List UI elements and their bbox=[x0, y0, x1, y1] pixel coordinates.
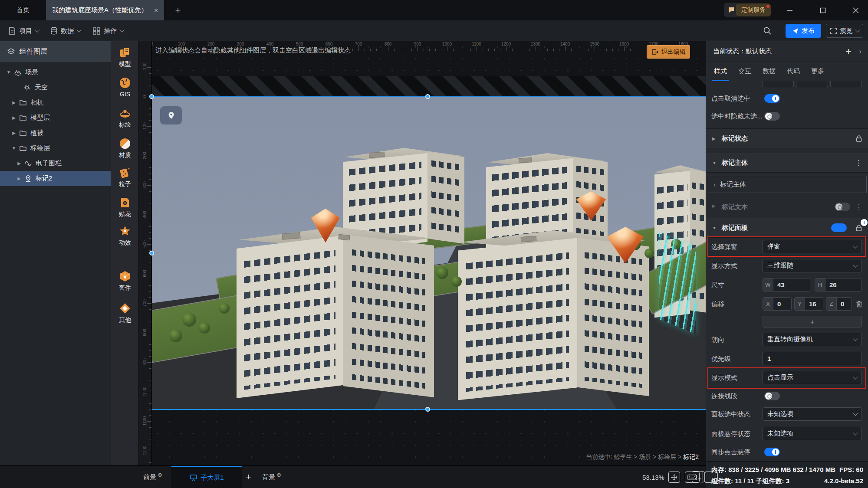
clipped-input[interactable] bbox=[763, 81, 794, 87]
sync-hover-toggle[interactable] bbox=[764, 448, 780, 456]
background-tab[interactable]: 背景⊕ bbox=[262, 466, 281, 488]
component-count: 组件数: 11 / 11 子组件数: 3 bbox=[711, 477, 789, 485]
tree bbox=[644, 249, 654, 258]
material-icon bbox=[119, 138, 131, 150]
expand-arrow-icon[interactable]: ▼ bbox=[6, 70, 11, 75]
pin-tool-button[interactable] bbox=[160, 106, 182, 124]
add-screen-button[interactable]: + bbox=[246, 466, 251, 488]
menu-action[interactable]: 操作 bbox=[93, 20, 124, 41]
trash-icon[interactable] bbox=[855, 300, 863, 308]
tree-item-sky[interactable]: 天空 bbox=[0, 80, 111, 95]
exit-edit-button[interactable]: 退出编辑 bbox=[647, 45, 690, 59]
custom-service-button[interactable]: 定制服务 bbox=[724, 3, 771, 17]
palette-item-decal[interactable]: 贴花 bbox=[111, 197, 139, 218]
zoom-level[interactable]: 53.13% bbox=[642, 466, 664, 488]
section-marker-panel[interactable]: ▼标记面板 bbox=[706, 218, 868, 238]
offset-z-input[interactable]: Z0 bbox=[826, 297, 852, 311]
tab-data[interactable]: 数据 bbox=[763, 67, 776, 75]
expand-arrow-icon[interactable]: ▶ bbox=[11, 115, 16, 120]
panel-selected-select[interactable]: 未知选项 bbox=[763, 407, 862, 421]
tab-style[interactable]: 样式 bbox=[714, 67, 727, 75]
tab-more[interactable]: 更多 bbox=[811, 67, 824, 75]
expand-arrow-icon[interactable]: ▼ bbox=[11, 146, 16, 151]
palette-item-kit[interactable]: 套件 bbox=[111, 270, 139, 292]
lock-icon[interactable] bbox=[855, 224, 862, 232]
minimize-button[interactable] bbox=[778, 0, 802, 20]
width-input[interactable]: W43 bbox=[763, 278, 810, 291]
tab-interaction[interactable]: 交互 bbox=[738, 67, 751, 75]
tree-item-plot-layer[interactable]: ▼ 标绘层 bbox=[0, 141, 111, 156]
marker-text-toggle[interactable] bbox=[835, 203, 850, 211]
click-deselect-toggle[interactable] bbox=[764, 94, 780, 103]
selection-handle[interactable] bbox=[149, 251, 154, 255]
clipped-input[interactable] bbox=[796, 81, 828, 87]
expand-arrow-icon[interactable]: ▶ bbox=[11, 131, 16, 135]
lock-icon[interactable] bbox=[855, 135, 862, 142]
tree-item-vegetation[interactable]: ▶ 植被 bbox=[0, 125, 111, 141]
palette-item-gis[interactable]: GIS bbox=[111, 77, 139, 98]
terminal-icon[interactable] bbox=[692, 471, 705, 482]
palette-item-particle[interactable]: 粒子 bbox=[111, 167, 139, 188]
tab-code[interactable]: 代码 bbox=[787, 67, 800, 75]
add-state-button[interactable]: + bbox=[845, 46, 851, 57]
menu-data[interactable]: 数据 bbox=[50, 20, 81, 41]
add-background-icon[interactable]: ⊕ bbox=[276, 472, 281, 478]
tree-item-model-layer[interactable]: ▶ 模型层 bbox=[0, 110, 111, 125]
selection-handle[interactable] bbox=[149, 94, 154, 99]
segment-toggle[interactable] bbox=[764, 392, 780, 400]
marker-body-subitem[interactable]: ›标记主体 bbox=[708, 176, 867, 193]
palette-item-material[interactable]: 材质 bbox=[111, 138, 139, 159]
tab-home[interactable]: 首页 bbox=[0, 0, 46, 20]
panel-hover-select[interactable]: 未知选项 bbox=[763, 427, 862, 440]
palette-item-model[interactable]: 模型 bbox=[111, 46, 139, 68]
terminal-icon[interactable] bbox=[704, 472, 716, 483]
palette-item-plot[interactable]: 标绘 bbox=[111, 107, 139, 129]
kebab-menu-icon[interactable]: ⋮ bbox=[855, 158, 862, 167]
popup-select[interactable]: 弹窗 bbox=[763, 240, 862, 253]
subscreen-tab[interactable]: 子大屏1 bbox=[171, 466, 242, 488]
clipped-input[interactable] bbox=[830, 81, 862, 87]
tree-item-camera[interactable]: ▶ 相机 bbox=[0, 95, 111, 110]
globe-icon bbox=[119, 77, 131, 89]
display-method-select[interactable]: 三维跟随 bbox=[763, 259, 862, 272]
tree-item-fence[interactable]: ▶ 电子围栏 bbox=[0, 156, 111, 171]
row-marker-text[interactable]: ▶ 标记文本 ⋮ bbox=[706, 198, 868, 216]
display-mode-select[interactable]: 点击显示 bbox=[763, 371, 862, 384]
expand-arrow-icon[interactable]: ▶ bbox=[16, 176, 22, 181]
foreground-tab[interactable]: 前景⊕ bbox=[143, 466, 162, 488]
expand-arrow-icon[interactable]: ▶ bbox=[11, 100, 16, 105]
preview-button[interactable]: 预览 bbox=[826, 24, 863, 38]
palette-item-other[interactable]: 其他 bbox=[111, 302, 139, 324]
hide-unselected-toggle[interactable] bbox=[764, 112, 780, 121]
scene-viewport[interactable] bbox=[152, 97, 706, 409]
section-marker-state[interactable]: ▶标记状态 bbox=[706, 128, 868, 148]
tree-item-marker2[interactable]: ▶ 标记2 bbox=[0, 171, 111, 186]
tab-document[interactable]: 我的建筑底座场景A（性能优先） × bbox=[46, 0, 164, 20]
kebab-menu-icon[interactable]: ⋮ bbox=[855, 203, 862, 212]
expand-arrow-icon[interactable]: ▶ bbox=[16, 161, 22, 166]
offset-y-input[interactable]: Y16 bbox=[794, 297, 823, 311]
facing-select[interactable]: 垂直转向摄像机 bbox=[763, 333, 862, 346]
fit-view-icon[interactable] bbox=[668, 472, 680, 483]
publish-button[interactable]: 发布 bbox=[786, 24, 821, 38]
close-tab-icon[interactable]: × bbox=[154, 7, 158, 14]
new-tab-button[interactable]: + bbox=[171, 3, 185, 17]
sun-icon bbox=[23, 84, 31, 92]
close-button[interactable] bbox=[844, 0, 868, 20]
offset-x-input[interactable]: X0 bbox=[763, 297, 792, 311]
expand-states-icon[interactable]: › bbox=[859, 47, 861, 56]
tree-item-scene[interactable]: ▼ 场景 bbox=[0, 65, 111, 80]
add-foreground-icon[interactable]: ⊕ bbox=[158, 472, 162, 478]
priority-input[interactable]: 1 bbox=[763, 352, 862, 365]
menu-project[interactable]: 项目 bbox=[9, 20, 39, 41]
marker-panel-toggle[interactable] bbox=[831, 223, 847, 232]
palette-item-animation[interactable]: 动效 bbox=[111, 225, 139, 247]
add-offset-button[interactable]: + bbox=[763, 316, 862, 328]
height-input[interactable]: H26 bbox=[815, 278, 862, 291]
search-icon[interactable] bbox=[763, 20, 772, 41]
selection-handle[interactable] bbox=[425, 407, 430, 412]
section-marker-body[interactable]: ▼标记主体 ⋮ bbox=[706, 153, 868, 173]
canvas-workspace[interactable]: 进入编辑状态会自动隐藏其他组件图层，双击空白区域退出编辑状态 退出编辑 当前选中… bbox=[152, 41, 706, 465]
selection-handle[interactable] bbox=[425, 94, 430, 99]
maximize-button[interactable] bbox=[811, 0, 835, 20]
